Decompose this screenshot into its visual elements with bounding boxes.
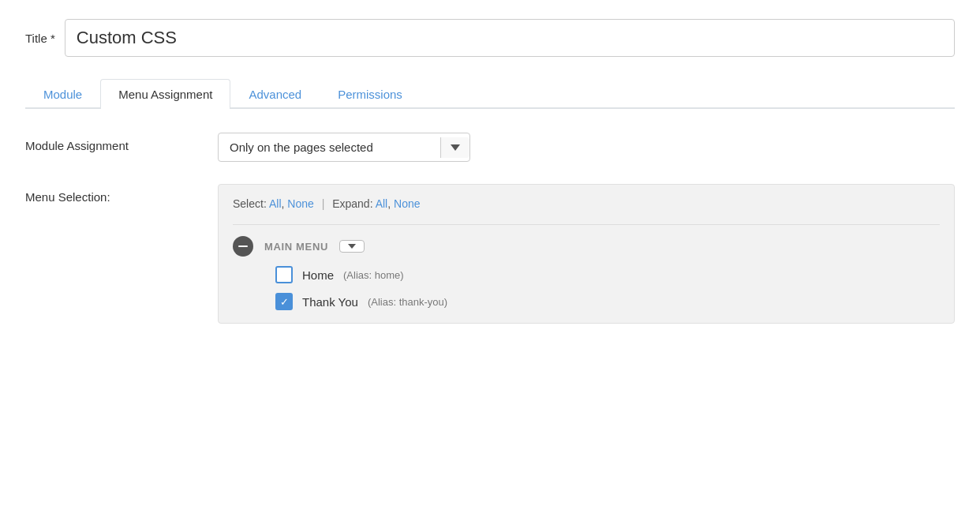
minus-icon — [238, 246, 248, 247]
menu-group-header: MAIN MENU — [233, 236, 940, 257]
module-assignment-row: Module Assignment Only on the pages sele… — [25, 133, 955, 162]
checkbox-home[interactable] — [275, 266, 293, 283]
menu-item-home-label: Home — [302, 268, 334, 282]
title-input[interactable] — [65, 19, 955, 57]
tab-bar: Module Menu Assignment Advanced Permissi… — [25, 79, 955, 109]
select-all-link[interactable]: All — [269, 197, 282, 210]
checkmark-icon: ✓ — [280, 297, 289, 307]
tab-menu-assignment[interactable]: Menu Assignment — [100, 79, 230, 109]
menu-item-home: Home (Alias: home) — [275, 266, 940, 283]
select-prefix: Select: — [233, 197, 267, 210]
module-assignment-dropdown-btn[interactable] — [440, 137, 469, 158]
chevron-down-icon — [451, 144, 460, 151]
tab-module[interactable]: Module — [25, 79, 100, 109]
module-assignment-value: Only on the pages selected — [219, 133, 440, 161]
tab-permissions[interactable]: Permissions — [320, 79, 421, 109]
expand-all-link[interactable]: All — [376, 197, 388, 210]
menu-item-thankyou-alias: (Alias: thank-you) — [368, 296, 447, 308]
expand-none-link[interactable]: None — [394, 197, 420, 210]
module-assignment-select[interactable]: Only on the pages selected — [218, 133, 470, 162]
menu-items-list: Home (Alias: home) ✓ Thank You (Alias: t… — [233, 266, 940, 310]
module-assignment-label: Module Assignment — [25, 133, 199, 152]
select-comma: , — [282, 197, 285, 210]
module-assignment-content: Only on the pages selected — [218, 133, 955, 162]
menu-selection-panel: Select: All, None | Expand: All, None MA… — [218, 184, 955, 324]
menu-group-dropdown[interactable] — [339, 240, 365, 253]
expand-comma: , — [387, 197, 391, 210]
select-none-link[interactable]: None — [287, 197, 313, 210]
expand-prefix: Expand: — [332, 197, 372, 210]
checkbox-thankyou[interactable]: ✓ — [275, 293, 293, 310]
menu-item-thankyou-label: Thank You — [302, 295, 358, 309]
small-chevron-icon — [348, 244, 356, 249]
tab-advanced[interactable]: Advanced — [230, 79, 320, 109]
menu-selection-content: Select: All, None | Expand: All, None MA… — [218, 184, 955, 324]
title-label: Title * — [25, 32, 55, 45]
menu-selection-row: Menu Selection: Select: All, None | Expa… — [25, 184, 955, 324]
title-row: Title * — [25, 19, 955, 57]
menu-item-home-alias: (Alias: home) — [343, 269, 404, 281]
menu-selection-label: Menu Selection: — [25, 184, 199, 204]
menu-group-main: MAIN MENU Home (Alias: home) — [233, 224, 940, 310]
menu-group-title: MAIN MENU — [264, 241, 328, 253]
select-expand-links: Select: All, None | Expand: All, None — [233, 197, 940, 210]
pipe-divider: | — [322, 197, 325, 210]
collapse-button[interactable] — [233, 236, 253, 257]
menu-item-thankyou: ✓ Thank You (Alias: thank-you) — [275, 293, 940, 310]
